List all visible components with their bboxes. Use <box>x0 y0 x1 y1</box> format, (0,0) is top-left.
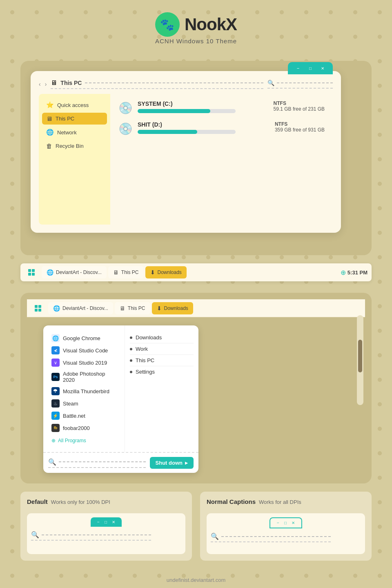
file-explorer-window: ‹ › 🖥 This PC 🔍 <box>31 71 341 233</box>
maximize-button[interactable] <box>307 65 313 71</box>
file-explorer-wrapper: ‹ › 🖥 This PC 🔍 <box>20 61 372 255</box>
app-item-vs2019[interactable]: ∨ Visual Studio 2019 <box>48 356 120 369</box>
downloads2-label: Downloads <box>164 305 188 311</box>
shutdown-label: Shut down <box>156 460 183 466</box>
mini-minimize[interactable]: − <box>97 520 100 524</box>
start-button-2[interactable] <box>31 302 45 314</box>
steam-icon: ♨ <box>51 399 60 408</box>
forward-button[interactable]: › <box>45 81 47 87</box>
close-button[interactable] <box>320 65 325 71</box>
footer: undefinist.deviantart.com <box>167 577 226 583</box>
quick-access-label: Quick access <box>57 102 89 108</box>
normal-mini-titlebar: − □ ✕ <box>270 517 302 528</box>
deviantart-label: DeviantArt - Discov... <box>56 270 102 275</box>
downloads-tab-label: Downloads <box>158 270 182 275</box>
this-pc-tab-icon: 🖥 <box>113 269 119 276</box>
start-menu-popup: 🌐 Google Chrome ≮ Visual Studio Code ∨ V… <box>43 325 198 473</box>
all-programs-label: All Programs <box>58 438 86 443</box>
drive-d-info: SHIT (D:) <box>138 121 270 134</box>
taskbar-tab-this-pc[interactable]: 🖥 This PC <box>108 266 144 278</box>
shutdown-button[interactable]: Shut down ▸ <box>150 457 194 469</box>
right-item-settings[interactable]: Settings <box>130 366 194 377</box>
notification-icon[interactable]: ⊕ <box>341 269 346 276</box>
right-item-this-pc[interactable]: This PC <box>130 355 194 366</box>
start-menu-left: 🌐 Google Chrome ≮ Visual Studio Code ∨ V… <box>43 325 125 452</box>
mini-close[interactable]: ✕ <box>112 520 115 524</box>
network-label: Network <box>57 129 77 136</box>
window-toolbar: ‹ › 🖥 This PC 🔍 <box>39 79 333 89</box>
taskbar-tab-deviantart[interactable]: 🌐 DeviantArt - Discov... <box>42 266 107 278</box>
app-item-steam[interactable]: ♨ Steam <box>48 397 120 410</box>
photoshop-label: Adobe Photoshop 2020 <box>63 371 116 383</box>
sidebar-item-network[interactable]: 🌐 Network <box>42 126 107 138</box>
drive-c-item[interactable]: 💿 SYSTEM (C:) NTFS 59.1 GB free of 231 G… <box>118 100 325 115</box>
drive-d-space: 359 GB free of 931 GB <box>275 127 325 133</box>
taskbar2-tab-this-pc[interactable]: 🖥 This PC <box>115 302 150 314</box>
battlenet-label: Battle.net <box>63 413 85 419</box>
thunderbird-label: Mozilla Thunderbird <box>63 388 109 394</box>
app-item-chrome[interactable]: 🌐 Google Chrome <box>48 332 120 344</box>
mini-maximize[interactable]: □ <box>105 520 107 524</box>
thunderbird-icon: 🌩 <box>51 387 60 395</box>
downloads-tab-icon: ⬇ <box>150 269 155 276</box>
app-item-thunderbird[interactable]: 🌩 Mozilla Thunderbird <box>48 385 120 397</box>
main-area: 💿 SYSTEM (C:) NTFS 59.1 GB free of 231 G… <box>110 94 333 225</box>
taskbar2-tab-downloads[interactable]: ⬇ Downloads <box>152 302 193 314</box>
deviantart2-label: DeviantArt - Discov... <box>62 305 108 311</box>
dot-downloads <box>130 336 132 339</box>
normal-captions-title: Normal Captions <box>207 498 256 505</box>
start-search: 🔍 <box>48 458 146 468</box>
mini-search-icon-normal: 🔍 <box>211 532 219 540</box>
this-pc-label: This PC <box>56 116 74 122</box>
taskbar2: 🌐 DeviantArt - Discov... 🖥 This PC ⬇ Dow… <box>27 299 365 317</box>
recycle-bin-icon: 🗑 <box>46 143 52 149</box>
right-this-pc-label: This PC <box>136 357 154 363</box>
right-item-downloads[interactable]: Downloads <box>130 332 194 343</box>
vs2019-icon: ∨ <box>51 359 60 367</box>
back-button[interactable]: ‹ <box>39 81 41 87</box>
this-pc-tab-label: This PC <box>121 270 139 275</box>
taskbar: 🌐 DeviantArt - Discov... 🖥 This PC ⬇ Dow… <box>20 263 372 281</box>
app-item-foobar[interactable]: fb foobar2000 <box>48 422 120 434</box>
start-menu-body: 🌐 Google Chrome ≮ Visual Studio Code ∨ V… <box>43 325 198 452</box>
window-titlebar <box>288 62 333 74</box>
minimize-button[interactable] <box>295 65 301 71</box>
start-menu-wrapper: 🌐 DeviantArt - Discov... 🖥 This PC ⬇ Dow… <box>20 293 372 483</box>
app-item-photoshop[interactable]: Ps Adobe Photoshop 2020 <box>48 369 120 385</box>
default-mini-window: − □ ✕ 🔍 <box>27 513 185 554</box>
drive-d-filesystem: NTFS <box>275 121 325 127</box>
quick-access-icon: ⭐ <box>46 101 54 109</box>
taskbar-tab-downloads[interactable]: ⬇ Downloads <box>145 266 187 278</box>
drive-d-name: SHIT (D:) <box>138 121 270 128</box>
normal-mini-close[interactable]: ✕ <box>292 521 295 525</box>
drive-d-bar-fill <box>138 130 197 134</box>
sidebar-item-quick-access[interactable]: ⭐ Quick access <box>42 99 107 111</box>
drive-c-icon: 💿 <box>118 101 133 115</box>
logo-subtitle: ACNH Windows 10 Theme <box>155 38 237 45</box>
vs2019-label: Visual Studio 2019 <box>63 360 107 366</box>
right-item-work[interactable]: Work <box>130 343 194 355</box>
photoshop-icon: Ps <box>51 373 60 381</box>
normal-captions-mini-window: − □ ✕ 🔍 <box>207 513 365 554</box>
drive-c-bar-bg <box>138 109 236 113</box>
mini-search-icon-default: 🔍 <box>31 531 39 539</box>
app-item-vscode[interactable]: ≮ Visual Studio Code <box>48 344 120 356</box>
start-button[interactable] <box>24 266 38 278</box>
default-subtitle: Works only for 100% DPI <box>51 499 110 505</box>
default-panel: Default Works only for 100% DPI − □ ✕ 🔍 <box>20 492 192 561</box>
app-item-battlenet[interactable]: ⚡ Battle.net <box>48 410 120 422</box>
taskbar2-tab-deviantart[interactable]: 🌐 DeviantArt - Discov... <box>48 302 113 314</box>
normal-mini-minimize[interactable]: − <box>277 521 279 525</box>
sidebar-item-this-pc[interactable]: 🖥 This PC <box>42 113 107 125</box>
vscode-icon: ≮ <box>51 346 60 354</box>
search-bar: 🔍 <box>267 80 333 89</box>
normal-mini-maximize[interactable]: □ <box>284 521 287 525</box>
default-title: Default <box>27 498 48 505</box>
drive-c-meta: NTFS 59.1 GB free of 231 GB <box>274 100 325 112</box>
all-programs[interactable]: ⊕ All Programs <box>48 436 120 445</box>
path-icon: 🖥 <box>51 79 57 87</box>
window-body: ⭐ Quick access 🖥 This PC 🌐 Network � <box>39 94 333 225</box>
drive-d-item[interactable]: 💿 SHIT (D:) NTFS 359 GB free of 931 GB <box>118 121 325 136</box>
right-downloads-label: Downloads <box>136 334 162 341</box>
sidebar-item-recycle-bin[interactable]: 🗑 Recycle Bin <box>42 140 107 152</box>
